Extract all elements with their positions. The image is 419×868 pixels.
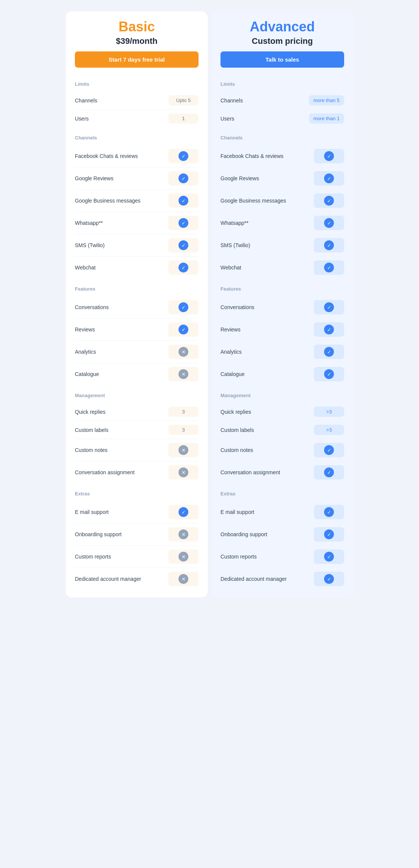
table-row: Analytics✓ — [220, 341, 344, 363]
check-icon: ✓ — [314, 238, 344, 252]
feature-value-text: 3 — [168, 407, 199, 417]
table-row: Facebook Chats & reviews✓ — [220, 145, 344, 167]
table-row: Usersmore than 1 — [220, 110, 344, 127]
table-row: E mail support✓ — [220, 501, 344, 523]
feature-name: Custom reports — [220, 554, 257, 560]
cross-icon: ✕ — [168, 465, 199, 480]
check-icon: ✓ — [168, 171, 199, 186]
table-row: Reviews✓ — [220, 319, 344, 341]
check-icon: ✓ — [314, 300, 344, 314]
table-row: Whatsapp**✓ — [220, 212, 344, 234]
check-icon: ✓ — [314, 322, 344, 337]
table-row: Reviews✓ — [75, 319, 199, 341]
feature-name: Google Business messages — [75, 198, 141, 204]
table-row: Google Business messages✓ — [220, 190, 344, 212]
feature-name: Google Reviews — [75, 175, 113, 181]
feature-name: Facebook Chats & reviews — [220, 153, 284, 159]
cross-icon: ✕ — [168, 367, 199, 381]
table-row: Custom notes✕ — [75, 439, 199, 461]
basic-extras-label: Extras — [75, 491, 199, 497]
advanced-management-list: Quick replies>3Custom labels>3Custom not… — [220, 403, 344, 483]
table-row: Custom labels>3 — [220, 421, 344, 439]
advanced-management-label: Management — [220, 393, 344, 398]
table-row: Catalogue✓ — [220, 363, 344, 385]
table-row: Custom notes✓ — [220, 439, 344, 461]
table-row: Whatsapp**✓ — [75, 212, 199, 234]
table-row: Dedicated account manager✕ — [75, 568, 199, 590]
check-icon: ✓ — [168, 238, 199, 252]
check-icon: ✓ — [168, 505, 199, 519]
feature-name: Quick replies — [75, 409, 106, 415]
cross-icon: ✕ — [168, 527, 199, 542]
pricing-container: Basic $39/month Start 7 days free trial … — [66, 11, 353, 597]
table-row: Quick replies>3 — [220, 403, 344, 421]
cross-icon: ✕ — [168, 443, 199, 457]
check-icon: ✓ — [314, 367, 344, 381]
advanced-channels-label: Channels — [220, 135, 344, 141]
advanced-limits-label: Limits — [220, 81, 344, 87]
basic-channels-list: Facebook Chats & reviews✓Google Reviews✓… — [75, 145, 199, 279]
feature-name: Whatsapp** — [220, 220, 248, 226]
feature-name: E mail support — [220, 509, 254, 515]
check-icon: ✓ — [314, 260, 344, 275]
check-icon: ✓ — [168, 216, 199, 230]
feature-name: Conversations — [75, 304, 109, 310]
basic-management-list: Quick replies3Custom labels3Custom notes… — [75, 403, 199, 483]
table-row: ChannelsUpto 5 — [75, 91, 199, 110]
check-icon: ✓ — [314, 572, 344, 586]
advanced-price: Custom pricing — [220, 36, 344, 46]
table-row: Custom reports✕ — [75, 546, 199, 568]
basic-cta-button[interactable]: Start 7 days free trial — [75, 51, 199, 68]
feature-name: Webchat — [220, 265, 241, 271]
check-icon: ✓ — [314, 216, 344, 230]
table-row: Conversations✓ — [220, 296, 344, 319]
table-row: SMS (Twilio)✓ — [75, 234, 199, 257]
basic-channels-label: Channels — [75, 135, 199, 141]
feature-name: Analytics — [75, 349, 96, 355]
feature-name: Onboarding support — [75, 531, 122, 537]
feature-name: Google Reviews — [220, 175, 259, 181]
cross-icon: ✕ — [168, 549, 199, 564]
table-row: Custom reports✓ — [220, 546, 344, 568]
feature-name: Onboarding support — [220, 531, 267, 537]
basic-management-label: Management — [75, 393, 199, 398]
table-row: Quick replies3 — [75, 403, 199, 421]
table-row: Custom labels3 — [75, 421, 199, 439]
feature-name: Channels — [75, 97, 97, 104]
feature-name: Catalogue — [220, 371, 245, 377]
feature-value-text: Upto 5 — [168, 95, 199, 105]
feature-name: Quick replies — [220, 409, 251, 415]
feature-value-text: >3 — [314, 425, 344, 435]
table-row: Catalogue✕ — [75, 363, 199, 385]
cross-icon: ✕ — [168, 345, 199, 359]
feature-name: Dedicated account manager — [75, 576, 141, 582]
check-icon: ✓ — [314, 171, 344, 186]
feature-name: Reviews — [75, 326, 95, 333]
check-icon: ✓ — [168, 260, 199, 275]
feature-name: Custom reports — [75, 554, 111, 560]
basic-extras-list: E mail support✓Onboarding support✕Custom… — [75, 501, 199, 590]
feature-name: Custom notes — [75, 447, 107, 453]
table-row: Channelsmore than 5 — [220, 91, 344, 110]
basic-features-label: Features — [75, 286, 199, 292]
advanced-features-label: Features — [220, 286, 344, 292]
feature-name: Conversation assignment — [220, 469, 280, 475]
table-row: Google Reviews✓ — [220, 167, 344, 190]
table-row: Onboarding support✕ — [75, 523, 199, 546]
advanced-column: Advanced Custom pricing Talk to sales Li… — [211, 11, 353, 597]
basic-price: $39/month — [75, 36, 199, 46]
table-row: Conversation assignment✕ — [75, 461, 199, 483]
basic-title: Basic — [75, 19, 199, 35]
advanced-features-list: Conversations✓Reviews✓Analytics✓Catalogu… — [220, 296, 344, 385]
feature-name: Channels — [220, 97, 243, 104]
feature-name: Webchat — [75, 265, 96, 271]
advanced-cta-button[interactable]: Talk to sales — [220, 51, 344, 68]
feature-name: Reviews — [220, 326, 241, 333]
check-icon: ✓ — [168, 193, 199, 208]
feature-name: Custom notes — [220, 447, 253, 453]
feature-value-text: 1 — [168, 113, 199, 124]
basic-column: Basic $39/month Start 7 days free trial … — [66, 11, 208, 597]
feature-name: Whatsapp** — [75, 220, 103, 226]
table-row: Google Reviews✓ — [75, 167, 199, 190]
feature-value-text: 3 — [168, 425, 199, 435]
